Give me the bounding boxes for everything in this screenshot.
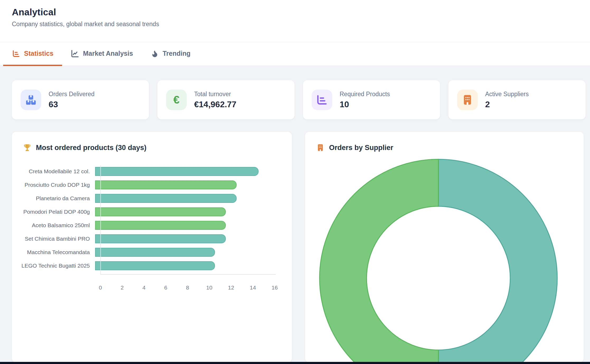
x-axis-tick: 10 <box>206 284 212 291</box>
trophy-icon <box>23 143 31 152</box>
bar-track <box>95 261 292 270</box>
tab-label: Market Analysis <box>83 50 133 57</box>
x-axis-tick: 0 <box>99 284 102 291</box>
x-axis-tick: 12 <box>228 284 234 291</box>
bar-green <box>95 221 226 230</box>
tab-label: Trending <box>163 50 191 57</box>
bar-green <box>95 207 226 216</box>
stat-text: Active Suppliers2 <box>485 91 529 109</box>
euro-icon: € <box>166 90 187 110</box>
stat-card-total-turnover: €Total turnover€14,962.77 <box>157 80 294 119</box>
tab-statistics[interactable]: Statistics <box>3 42 62 66</box>
x-axis-tick: 4 <box>142 284 146 291</box>
stat-value: 2 <box>485 100 529 109</box>
stat-card-active-suppliers: Active Suppliers2 <box>448 80 586 119</box>
products-card-title: Most ordered products (30 days) <box>36 144 147 152</box>
bar-teal <box>95 167 259 176</box>
bar-teal <box>95 248 215 257</box>
most-ordered-products-card: Most ordered products (30 days) Creta Mo… <box>12 132 292 362</box>
bar-chart-x-axis-ticks: 0246810121416 <box>100 284 275 292</box>
bar-track <box>95 180 292 189</box>
bar-category-label: Creta Modellabile 12 col. <box>12 168 95 175</box>
page-title: Analytical <box>12 7 590 17</box>
stat-label: Active Suppliers <box>485 91 529 98</box>
suppliers-card-header: Orders by Supplier <box>305 132 584 152</box>
bar-teal <box>95 261 215 270</box>
horizontal-bar-chart: Creta Modellabile 12 col.Prosciutto Crud… <box>12 165 292 272</box>
building-icon <box>316 143 325 152</box>
line-chart-icon <box>71 49 79 58</box>
bar-category-label: LEGO Technic Bugatti 2025 <box>12 263 95 269</box>
stat-label: Required Products <box>340 91 390 98</box>
bottom-edge-bar <box>0 362 590 364</box>
stat-value: 63 <box>49 100 95 109</box>
bar-row: Macchina Telecomandata <box>12 245 292 259</box>
page-subtitle: Company statistics, global market and se… <box>12 21 590 28</box>
bar-track <box>95 207 292 216</box>
bar-row: LEGO Technic Bugatti 2025 <box>12 259 292 272</box>
bar-track <box>95 221 292 230</box>
suppliers-card-title: Orders by Supplier <box>329 144 393 152</box>
stat-value: 10 <box>340 100 390 109</box>
x-axis-tick: 8 <box>186 284 189 291</box>
bar-category-label: Pomodori Pelati DOP 400g <box>12 209 95 215</box>
bar-track <box>95 167 292 176</box>
stat-text: Total turnover€14,962.77 <box>194 91 236 109</box>
bar-green <box>95 180 237 189</box>
stat-card-orders-delivered: Orders Delivered63 <box>12 80 149 119</box>
building-icon <box>457 90 478 110</box>
bar-row: Prosciutto Crudo DOP 1kg <box>12 178 292 192</box>
tab-bar: StatisticsMarket AnalysisTrending <box>0 42 590 66</box>
bar-category-label: Planetario da Camera <box>12 195 95 202</box>
stat-label: Total turnover <box>194 91 236 98</box>
stat-text: Orders Delivered63 <box>49 91 95 109</box>
stat-value: €14,962.77 <box>194 100 236 109</box>
bar-chart-icon <box>12 49 20 58</box>
x-axis-tick: 6 <box>164 284 167 291</box>
donut-segment-2 <box>320 159 438 362</box>
x-axis-tick: 14 <box>250 284 256 291</box>
euro-glyph: € <box>173 94 179 106</box>
bar-category-label: Prosciutto Crudo DOP 1kg <box>12 182 95 188</box>
stat-text: Required Products10 <box>340 91 390 109</box>
stat-card-required-products: Required Products10 <box>303 80 440 119</box>
stat-label: Orders Delivered <box>49 91 95 98</box>
page-header: Analytical Company statistics, global ma… <box>0 0 590 42</box>
bar-category-label: Macchina Telecomandata <box>12 249 95 255</box>
stats-row: Orders Delivered63€Total turnover€14,962… <box>12 80 586 119</box>
donut-segment-1 <box>438 159 557 362</box>
flame-icon <box>151 49 159 58</box>
bar-chart-y-axis-line <box>100 165 101 275</box>
orders-by-supplier-card: Orders by Supplier <box>305 132 584 362</box>
x-axis-tick: 16 <box>271 284 278 291</box>
bar-teal <box>95 194 237 203</box>
bar-track <box>95 194 292 203</box>
tab-label: Statistics <box>24 50 53 57</box>
bar-category-label: Set Chimica Bambini PRO <box>12 236 95 242</box>
tab-market-analysis[interactable]: Market Analysis <box>62 42 142 66</box>
bar-track <box>95 248 292 257</box>
bar-chart-x-axis-line <box>100 274 276 275</box>
bar-category-label: Aceto Balsamico 250ml <box>12 222 95 228</box>
bar-teal <box>95 234 226 243</box>
products-card-header: Most ordered products (30 days) <box>12 132 292 152</box>
bar-row: Aceto Balsamico 250ml <box>12 218 292 232</box>
bar-track <box>95 234 292 243</box>
dashboard-screen: Analytical Company statistics, global ma… <box>0 0 590 364</box>
bar-row: Set Chimica Bambini PRO <box>12 232 292 245</box>
packages-icon <box>21 90 41 110</box>
tab-trending[interactable]: Trending <box>142 42 199 66</box>
donut-chart <box>305 132 584 362</box>
charts-row: Most ordered products (30 days) Creta Mo… <box>12 132 590 362</box>
x-axis-tick: 2 <box>121 284 124 291</box>
bar-row: Planetario da Camera <box>12 192 292 205</box>
bar-chart-icon <box>312 90 332 110</box>
bar-row: Creta Modellabile 12 col. <box>12 165 292 178</box>
bar-row: Pomodori Pelati DOP 400g <box>12 205 292 218</box>
